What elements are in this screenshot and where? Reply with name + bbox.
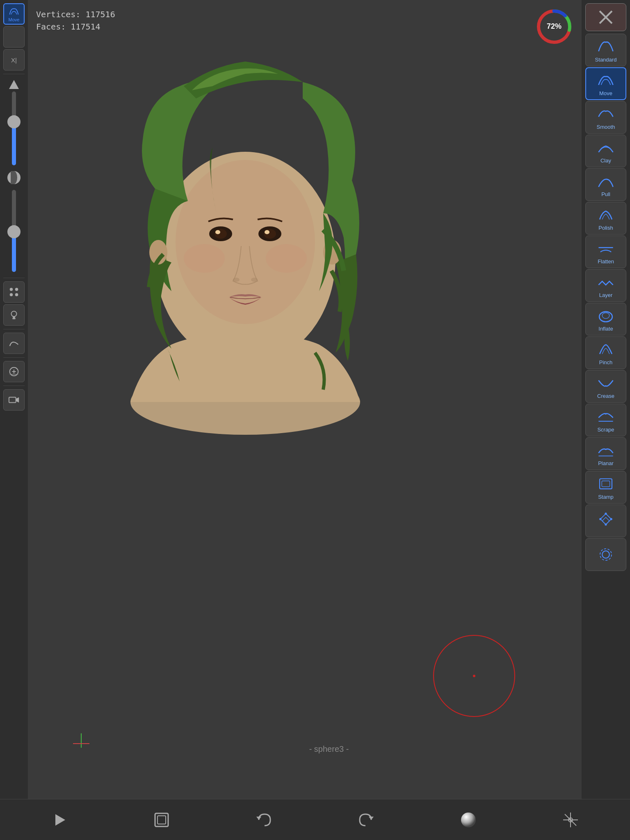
svg-point-45 [610,518,612,520]
size-slider-fill [12,125,16,165]
scene-name: - sphere3 - [309,744,349,754]
symmetry-tool-button[interactable]: X| [3,49,25,71]
svg-marker-50 [55,814,65,826]
flatten-label: Flatten [598,258,614,265]
svg-point-46 [605,523,607,525]
video-record-button[interactable] [3,389,25,411]
polish-label: Polish [598,225,613,231]
snap-tool-button[interactable] [3,26,25,48]
svg-point-25 [265,230,269,234]
close-button[interactable] [585,3,626,31]
move-tool-button[interactable]: Move [3,3,25,25]
tool-inflate[interactable]: Inflate [585,303,626,336]
inflate-label: Inflate [598,326,613,332]
fullscreen-button[interactable] [149,808,174,832]
tool-pinch[interactable]: Pinch [585,336,626,369]
svg-rect-6 [12,318,15,319]
tool-polish[interactable]: Polish [585,202,626,235]
intensity-slider-track[interactable] [12,190,16,272]
svg-marker-12 [16,397,19,402]
svg-rect-41 [602,481,609,486]
tool-move[interactable]: Move [585,67,626,100]
svg-point-44 [605,513,607,515]
bust-svg [69,25,438,435]
origin-indicator [69,725,94,750]
divider-3 [3,329,25,329]
svg-marker-54 [369,817,374,820]
intensity-slider-handle[interactable] [7,225,21,238]
tool-multires[interactable] [585,504,626,537]
tool-smooth[interactable]: Smooth [585,101,626,134]
tool-flatten[interactable]: Flatten [585,235,626,268]
size-slider-track[interactable] [12,91,16,165]
curve-tool-button[interactable] [3,333,25,354]
standard-label: Standard [595,57,617,63]
svg-point-48 [602,551,609,558]
svg-point-4 [11,311,16,317]
svg-point-2 [10,293,13,296]
intensity-slider-fill [12,235,16,272]
viewport[interactable]: Vertices: 117516 Faces: 117514 72% 1 [28,0,630,799]
svg-point-19 [176,160,315,324]
planar-label: Planar [598,460,614,466]
tool-stamp[interactable]: Stamp [585,471,626,504]
pull-label: Pull [601,191,610,197]
crease-label: Crease [597,393,614,399]
menu-expand-button[interactable] [47,808,72,832]
redo-button[interactable] [354,808,379,832]
left-sidebar: Move X| [0,0,28,840]
stamp-label: Stamp [598,494,614,500]
svg-point-30 [184,244,225,273]
smooth-label: Smooth [597,124,615,130]
tool-layer[interactable]: Layer [585,269,626,302]
svg-point-3 [15,293,18,296]
3d-model-area[interactable] [28,0,630,799]
divider-1 [3,74,25,74]
svg-rect-40 [600,479,612,489]
svg-point-0 [10,288,13,291]
transform-gizmo-button[interactable] [558,808,583,832]
right-toolbar: Standard Move Smooth Clay Pull [582,0,630,840]
tool-clay[interactable]: Clay [585,135,626,167]
pinch-label: Pinch [599,359,613,365]
svg-rect-51 [155,813,168,826]
clay-label: Clay [600,158,611,164]
svg-rect-52 [158,816,166,824]
grid-tool-button[interactable] [3,281,25,303]
scrape-label: Scrape [597,427,614,433]
layer-label: Layer [599,292,613,298]
tool-planar[interactable]: Planar [585,437,626,470]
tool-standard[interactable]: Standard [585,34,626,66]
svg-point-55 [461,813,476,827]
svg-point-22 [215,230,220,234]
svg-point-26 [233,278,240,282]
size-icon [9,80,19,89]
svg-point-27 [251,278,258,282]
size-slider-handle[interactable] [7,115,21,128]
svg-rect-11 [9,397,16,402]
size-slider-container [0,80,28,165]
svg-rect-5 [13,317,15,318]
svg-point-37 [602,313,609,318]
divider-5 [3,386,25,386]
light-tool-button[interactable] [3,304,25,326]
svg-point-47 [599,518,601,520]
svg-point-1 [15,288,18,291]
material-sphere-button[interactable] [456,808,481,832]
settings-button[interactable] [585,538,626,571]
add-remove-button[interactable] [3,361,25,382]
move-tool-label: Move [9,17,20,22]
tool-scrape[interactable]: Scrape [585,404,626,436]
svg-marker-42 [600,514,611,524]
scene-name-text: - sphere3 - [309,744,349,753]
move-label: Move [599,90,612,96]
bottom-bar [0,799,630,840]
symmetry-label: X| [11,57,17,64]
tool-crease[interactable]: Crease [585,370,626,403]
undo-button[interactable] [251,808,276,832]
svg-point-36 [599,311,612,322]
divider-2 [3,278,25,278]
intensity-slider-container [0,190,28,272]
tool-pull[interactable]: Pull [585,168,626,201]
svg-marker-53 [256,817,261,820]
